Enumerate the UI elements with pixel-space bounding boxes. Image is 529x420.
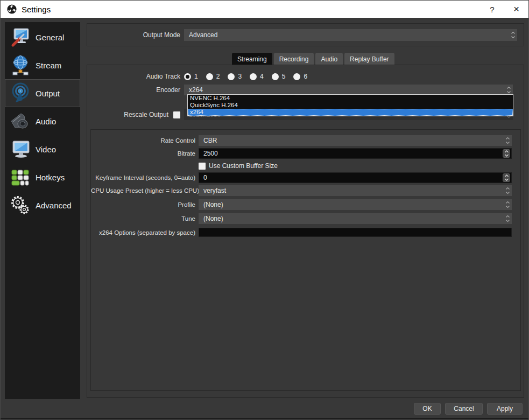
encoder-option-quicksync[interactable]: QuickSync H.264: [188, 102, 513, 109]
tune-row: Tune (None): [91, 213, 520, 224]
profile-select[interactable]: (None): [199, 199, 512, 210]
cpu-usage-preset-row: CPU Usage Preset (higher = less CPU) ver…: [91, 185, 520, 196]
output-tabbar: Streaming Recording Audio Replay Buffer: [232, 53, 394, 65]
cpu-usage-preset-value: veryfast: [203, 187, 226, 194]
cpu-usage-preset-select[interactable]: veryfast: [199, 185, 512, 196]
use-custom-buffer-label: Use Custom Buffer Size: [209, 162, 278, 170]
sidebar-item-label: Output: [36, 89, 60, 98]
tab-streaming[interactable]: Streaming: [232, 53, 272, 65]
sidebar-item-label: Video: [36, 145, 56, 154]
sidebar-item-audio[interactable]: Audio: [5, 107, 80, 135]
window-title: Settings: [22, 5, 51, 14]
bitrate-row: Bitrate: [91, 148, 520, 159]
audio-track-row: Audio Track 1 2 3 4 5 6: [87, 71, 524, 82]
output-mode-value: Advanced: [189, 31, 217, 39]
advanced-icon: [9, 194, 32, 216]
bitrate-input[interactable]: [199, 149, 503, 158]
encoder-option-nvenc[interactable]: NVENC H.264: [188, 95, 513, 102]
chevron-updown-icon[interactable]: [503, 149, 510, 158]
chevron-updown-icon[interactable]: [503, 173, 510, 182]
apply-button[interactable]: Apply: [487, 403, 523, 415]
general-icon: [9, 26, 32, 48]
rate-control-row: Rate Control CBR: [91, 135, 520, 146]
profile-label: Profile: [91, 201, 199, 208]
profile-row: Profile (None): [91, 199, 520, 210]
audio-track-radio-3[interactable]: [228, 73, 235, 80]
output-mode-label: Output Mode: [87, 31, 184, 39]
audio-track-radio-5[interactable]: [272, 73, 279, 80]
audio-track-label: Audio Track: [87, 73, 184, 80]
radio-label: 2: [216, 73, 220, 80]
output-mode-select[interactable]: Advanced: [184, 29, 517, 41]
tune-value: (None): [203, 215, 223, 222]
keyframe-interval-label: Keyframe Interval (seconds, 0=auto): [91, 174, 199, 181]
cpu-usage-preset-label: CPU Usage Preset (higher = less CPU): [91, 187, 199, 194]
sidebar-item-video[interactable]: Video: [5, 135, 80, 163]
tab-audio[interactable]: Audio: [315, 53, 343, 65]
audio-track-radio-1[interactable]: [184, 73, 191, 80]
x264-options-input[interactable]: [199, 228, 512, 237]
custom-buffer-row: Use Custom Buffer Size: [91, 162, 520, 170]
use-custom-buffer-checkbox[interactable]: [199, 163, 206, 170]
sidebar-item-label: Stream: [36, 61, 61, 70]
x264-options-row: x264 Options (separated by space): [91, 228, 520, 237]
keyframe-interval-row: Keyframe Interval (seconds, 0=auto): [91, 172, 520, 183]
keyframe-interval-spinbox: [199, 172, 512, 183]
close-button[interactable]: ×: [504, 1, 528, 18]
encoder-select[interactable]: x264: [184, 85, 513, 95]
titlebar: Settings ? ×: [1, 1, 528, 18]
video-icon: [9, 138, 32, 160]
radio-label: 6: [304, 73, 307, 80]
radio-label: 3: [238, 73, 242, 80]
chevron-updown-icon: [506, 85, 511, 95]
x264-options-label: x264 Options (separated by space): [91, 229, 199, 236]
encoder-settings-group: Rate Control CBR Bitrate: [90, 129, 521, 391]
audio-track-radio-2[interactable]: [206, 73, 213, 80]
sidebar-item-label: Hotkeys: [36, 173, 65, 182]
tab-recording[interactable]: Recording: [274, 53, 314, 65]
encoder-dropdown: NVENC H.264 QuickSync H.264 x264: [187, 94, 513, 116]
sidebar-item-label: General: [36, 33, 64, 42]
encoder-option-x264[interactable]: x264: [188, 109, 513, 116]
rescale-output-checkbox[interactable]: [173, 111, 180, 118]
stream-icon: [9, 54, 32, 76]
rate-control-value: CBR: [203, 137, 217, 144]
cancel-button[interactable]: Cancel: [445, 403, 483, 415]
sidebar-item-stream[interactable]: Stream: [5, 51, 80, 79]
sidebar-item-hotkeys[interactable]: Hotkeys: [5, 163, 80, 191]
keyframe-interval-input[interactable]: [199, 173, 503, 183]
encoder-value: x264: [189, 86, 203, 94]
radio-label: 5: [282, 73, 286, 80]
radio-label: 4: [260, 73, 264, 80]
bitrate-label: Bitrate: [91, 150, 199, 157]
ok-button[interactable]: OK: [414, 403, 441, 415]
audio-track-radio-4[interactable]: [250, 73, 257, 80]
encoder-label: Encoder: [87, 86, 184, 94]
chevron-updown-icon: [505, 213, 510, 224]
rate-control-select[interactable]: CBR: [199, 135, 512, 146]
tab-replay-buffer[interactable]: Replay Buffer: [344, 53, 394, 65]
hotkeys-icon: [9, 166, 32, 188]
dialog-footer: OK Cancel Apply: [414, 403, 523, 415]
output-icon: [9, 82, 32, 104]
chevron-updown-icon: [511, 29, 516, 41]
chevron-updown-icon: [505, 135, 510, 146]
sidebar-item-advanced[interactable]: Advanced: [5, 191, 80, 219]
output-mode-panel: Output Mode Advanced: [87, 23, 524, 46]
sidebar-item-general[interactable]: General: [5, 23, 80, 51]
settings-content: General Stream: [1, 18, 529, 420]
tune-label: Tune: [91, 215, 199, 222]
audio-track-radio-6[interactable]: [293, 73, 300, 80]
audio-track-radios: 1 2 3 4 5 6: [184, 73, 307, 80]
sidebar-item-output[interactable]: Output: [5, 79, 80, 107]
sidebar: General Stream: [5, 22, 80, 399]
sidebar-item-label: Advanced: [36, 201, 72, 210]
obs-logo-icon: [7, 4, 17, 14]
rate-control-label: Rate Control: [91, 137, 199, 144]
tune-select[interactable]: (None): [199, 213, 512, 224]
help-button[interactable]: ?: [480, 1, 504, 18]
encoder-row: Encoder x264: [87, 85, 524, 95]
settings-window: Settings ? ×: [0, 0, 529, 420]
chevron-updown-icon: [505, 185, 510, 196]
rescale-output-label: Rescale Output: [124, 111, 168, 118]
